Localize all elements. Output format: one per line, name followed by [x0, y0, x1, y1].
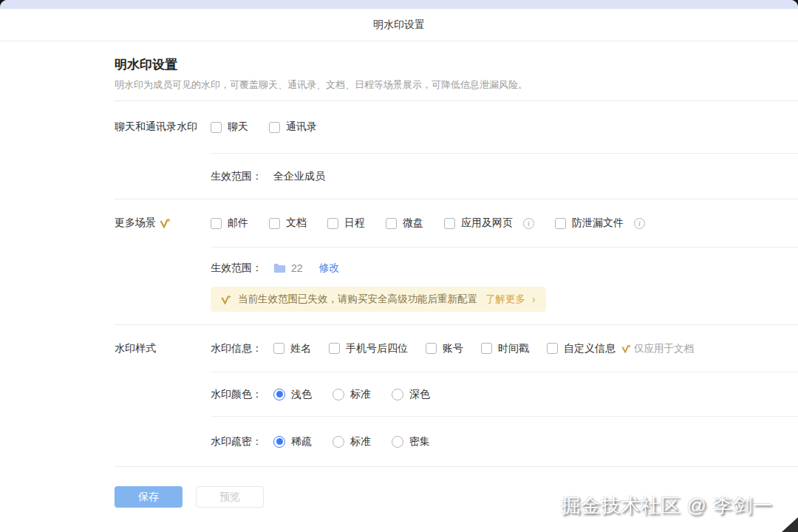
checkbox-label: 防泄漏文件: [572, 216, 624, 230]
scope-label: 生效范围：: [211, 170, 273, 183]
checkbox-box[interactable]: [555, 218, 566, 229]
header-title: 明水印设置: [373, 18, 425, 32]
scope-value: 全企业成员: [273, 170, 325, 183]
radio-circle[interactable]: [273, 389, 285, 400]
checkbox-label: 时间戳: [498, 342, 529, 355]
radio-circle[interactable]: [392, 436, 403, 448]
window-top-strip: [0, 0, 798, 9]
checkbox-box[interactable]: [269, 218, 280, 229]
premium-sparkle-icon: [621, 344, 631, 353]
checkbox-account[interactable]: 账号: [426, 342, 463, 355]
checkbox-label: 应用及网页: [461, 216, 513, 230]
checkbox-chat[interactable]: 聊天: [211, 120, 248, 134]
settings-content: 明水印设置 明水印为成员可见的水印，可覆盖聊天、通讯录、文档、日程等场景展示，可…: [0, 41, 798, 508]
premium-sparkle-icon: [160, 218, 171, 228]
checkbox-apps-web[interactable]: 应用及网页 i: [444, 216, 534, 230]
radio-label: 标准: [350, 388, 371, 401]
checkbox-label: 聊天: [228, 120, 248, 134]
checkbox-box[interactable]: [329, 343, 340, 354]
page-title: 明水印设置: [115, 56, 798, 74]
watermark-density-label: 水印疏密：: [211, 435, 273, 449]
scope-label: 生效范围：: [211, 262, 273, 275]
checkbox-label: 账号: [443, 342, 463, 355]
watermark-settings-window: 明水印设置 明水印设置 明水印为成员可见的水印，可覆盖聊天、通讯录、文档、日程等…: [0, 0, 798, 532]
chevron-right-icon[interactable]: ›: [532, 294, 536, 304]
radio-density-sparse[interactable]: 稀疏: [273, 435, 312, 449]
checkbox-box[interactable]: [481, 343, 492, 354]
checkbox-mail[interactable]: 邮件: [211, 216, 248, 230]
info-icon[interactable]: i: [523, 218, 534, 229]
checkbox-box[interactable]: [269, 122, 280, 133]
checkbox-phone-last4[interactable]: 手机号后四位: [329, 342, 408, 355]
watermark-color-label: 水印颜色：: [211, 388, 273, 401]
checkbox-label: 日程: [344, 216, 365, 230]
section-chat-contacts: 聊天和通讯录水印 聊天 通讯录: [115, 100, 798, 199]
checkbox-box[interactable]: [327, 218, 338, 229]
checkbox-label: 文档: [286, 216, 307, 230]
checkbox-docs[interactable]: 文档: [269, 216, 307, 230]
checkbox-label: 姓名: [290, 342, 311, 355]
watermark-info-label: 水印信息：: [211, 342, 273, 355]
radio-circle[interactable]: [332, 389, 344, 400]
scope-count: 22: [291, 262, 303, 274]
watermark-density-row: 水印疏密： 稀疏 标准 密集: [115, 416, 798, 466]
checkbox-label: 邮件: [228, 216, 248, 230]
checkbox-box[interactable]: [273, 343, 284, 354]
checkbox-box[interactable]: [386, 218, 397, 229]
radio-label: 浅色: [291, 388, 312, 401]
radio-color-dark[interactable]: 深色: [392, 388, 430, 401]
checkbox-box[interactable]: [211, 218, 222, 229]
checkbox-leak-proof-files[interactable]: 防泄漏文件 i: [555, 216, 645, 230]
checkbox-box[interactable]: [426, 343, 437, 354]
chat-contacts-row: 聊天和通讯录水印 聊天 通讯录: [115, 101, 798, 153]
checkbox-custom-info[interactable]: 自定义信息: [547, 342, 631, 355]
radio-label: 密集: [409, 435, 430, 449]
watermark-info-row: 水印样式 水印信息： 姓名 手机号后四位: [115, 325, 798, 372]
checkbox-contacts[interactable]: 通讯录: [269, 120, 317, 134]
premium-sparkle-icon: [221, 295, 231, 304]
save-button[interactable]: 保存: [115, 486, 183, 508]
watermark-color-row: 水印颜色： 浅色 标准 深色: [115, 372, 798, 416]
checkbox-timestamp[interactable]: 时间戳: [481, 342, 529, 355]
radio-density-standard[interactable]: 标准: [332, 435, 371, 449]
page-header: 明水印设置: [0, 9, 798, 41]
watermark-color-radio-group: 浅色 标准 深色: [273, 388, 430, 401]
learn-more-link[interactable]: 了解更多: [485, 293, 525, 306]
community-watermark-text: 掘金技术社区 @ 李剑一: [561, 493, 773, 519]
radio-circle[interactable]: [332, 436, 344, 448]
cursor-icon: [782, 517, 798, 532]
radio-circle[interactable]: [392, 389, 403, 400]
checkbox-box[interactable]: [444, 218, 455, 229]
scope-department-chip: 22: [273, 262, 303, 274]
banner-message: 当前生效范围已失效，请购买安全高级功能后重新配置: [238, 293, 477, 306]
checkbox-drive[interactable]: 微盘: [386, 216, 423, 230]
radio-circle[interactable]: [273, 436, 285, 448]
scope-expired-banner: 当前生效范围已失效，请购买安全高级功能后重新配置 了解更多 ›: [211, 287, 546, 312]
checkbox-box[interactable]: [211, 122, 222, 133]
modify-link[interactable]: 修改: [319, 262, 340, 275]
more-scope-row: 生效范围： 22 修改: [115, 247, 798, 324]
checkbox-calendar[interactable]: 日程: [327, 216, 365, 230]
section-label: 更多场景: [115, 216, 156, 230]
page-head: 明水印设置 明水印为成员可见的水印，可覆盖聊天、通讯录、文档、日程等场景展示，可…: [115, 41, 798, 100]
radio-density-dense[interactable]: 密集: [392, 435, 430, 449]
checkbox-label: 微盘: [403, 216, 423, 230]
checkbox-name[interactable]: 姓名: [273, 342, 311, 355]
section-more-scenes: 更多场景 邮件: [115, 199, 798, 324]
folder-icon: [273, 263, 286, 273]
checkbox-label: 自定义信息: [564, 342, 615, 355]
chat-checkbox-group: 聊天 通讯录: [211, 120, 317, 134]
section-label: 聊天和通讯录水印: [115, 101, 211, 153]
more-scenes-checkbox-group: 邮件 文档 日程 微盘: [211, 216, 645, 230]
preview-button[interactable]: 预览: [196, 486, 264, 508]
radio-color-light[interactable]: 浅色: [273, 388, 312, 401]
radio-color-standard[interactable]: 标准: [332, 388, 371, 401]
checkbox-label: 手机号后四位: [346, 342, 408, 355]
info-icon[interactable]: i: [634, 218, 645, 229]
radio-label: 稀疏: [291, 435, 312, 449]
checkbox-label: 通讯录: [286, 120, 317, 134]
checkbox-box[interactable]: [547, 343, 558, 354]
section-label: 水印样式: [115, 325, 211, 372]
radio-label: 深色: [409, 388, 430, 401]
more-scenes-row: 更多场景 邮件: [115, 200, 798, 247]
